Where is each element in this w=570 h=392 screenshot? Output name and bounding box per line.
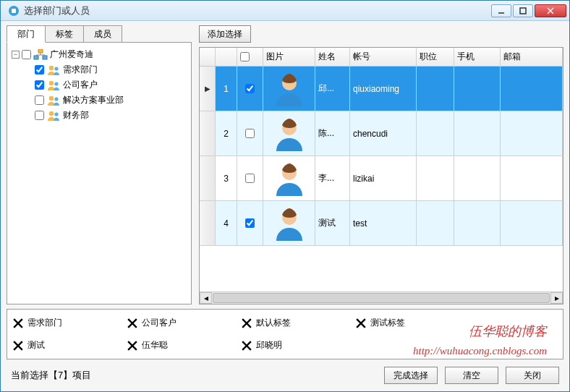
svg-rect-1 <box>12 9 16 13</box>
tab-strip: 部门 标签 成员 <box>7 25 192 43</box>
tab-dept[interactable]: 部门 <box>7 25 46 43</box>
tree-node-label[interactable]: 财务部 <box>63 109 89 122</box>
selection-chip: 需求部门 <box>13 317 122 329</box>
titlebar[interactable]: 选择部门或人员 <box>1 1 569 21</box>
chip-label: 测试标签 <box>370 317 405 329</box>
tree-node-checkbox[interactable] <box>35 65 44 74</box>
row-phone <box>454 201 501 245</box>
clear-button[interactable]: 清空 <box>445 367 498 384</box>
remove-chip-icon[interactable] <box>127 341 137 351</box>
row-avatar-cell <box>263 201 315 245</box>
remove-chip-icon[interactable] <box>242 318 252 328</box>
tree-node-label[interactable]: 需求部门 <box>63 64 98 76</box>
dept-tree: − 广州爱奇迪 需求部门公司客户解决方案事业部财务部 <box>7 42 192 304</box>
minimize-button[interactable] <box>491 4 511 17</box>
remove-chip-icon[interactable] <box>127 318 137 328</box>
row-check-cell[interactable] <box>237 111 263 155</box>
org-icon <box>33 49 48 61</box>
tree-root-label[interactable]: 广州爱奇迪 <box>50 48 93 61</box>
row-checkbox[interactable] <box>245 174 255 183</box>
tree-node-label[interactable]: 公司客户 <box>63 79 98 91</box>
scroll-left-icon[interactable]: ◂ <box>200 292 212 304</box>
people-icon <box>46 80 61 91</box>
add-selection-button[interactable]: 添加选择 <box>199 25 251 43</box>
row-name: 陈... <box>315 111 350 155</box>
status-text: 当前选择【7】项目 <box>11 369 377 382</box>
remove-chip-icon[interactable] <box>13 318 23 328</box>
header-name[interactable]: 姓名 <box>315 48 350 66</box>
row-avatar-cell <box>263 111 315 155</box>
row-name: 测试 <box>315 201 350 245</box>
row-check-cell[interactable] <box>237 67 263 111</box>
header-position[interactable]: 职位 <box>417 48 454 66</box>
table-row[interactable]: 4测试test <box>200 201 563 246</box>
table-row[interactable]: 3李...lizikai <box>200 156 563 201</box>
svg-point-13 <box>49 65 54 69</box>
maximize-button[interactable] <box>513 4 533 17</box>
row-number: 2 <box>216 111 237 155</box>
scroll-right-icon[interactable]: ▸ <box>550 292 563 304</box>
row-phone <box>454 156 501 200</box>
header-img[interactable]: 图片 <box>263 48 315 66</box>
row-account: qiuxiaoming <box>350 67 417 111</box>
app-icon <box>8 5 20 17</box>
header-email[interactable]: 邮箱 <box>501 48 563 66</box>
header-checkbox[interactable] <box>240 52 250 61</box>
tree-node-label[interactable]: 解决方案事业部 <box>63 94 124 106</box>
row-avatar-cell <box>263 67 315 111</box>
horizontal-scrollbar[interactable]: ◂ ▸ <box>200 291 563 304</box>
header-account[interactable]: 帐号 <box>350 48 417 66</box>
svg-point-15 <box>49 80 54 85</box>
chip-label: 公司客户 <box>142 317 176 329</box>
svg-rect-6 <box>38 49 43 53</box>
remove-chip-icon[interactable] <box>13 341 23 351</box>
tab-member[interactable]: 成员 <box>83 25 122 43</box>
close-button[interactable] <box>535 4 566 17</box>
selection-chip: 公司客户 <box>127 317 236 329</box>
row-position <box>417 67 454 111</box>
tab-tag[interactable]: 标签 <box>45 25 84 43</box>
tree-node-checkbox[interactable] <box>35 80 44 90</box>
chip-label: 测试 <box>27 339 45 351</box>
row-checkbox[interactable] <box>245 84 255 93</box>
finish-button[interactable]: 完成选择 <box>384 367 438 384</box>
avatar-icon <box>272 72 307 106</box>
tree-node-checkbox[interactable] <box>35 95 44 105</box>
row-checkbox[interactable] <box>245 218 255 228</box>
row-name: 邱... <box>315 67 350 111</box>
scroll-thumb[interactable] <box>213 293 550 303</box>
header-indicator <box>200 48 216 66</box>
row-check-cell[interactable] <box>237 201 263 245</box>
remove-chip-icon[interactable] <box>356 318 366 328</box>
row-check-cell[interactable] <box>237 156 263 200</box>
row-number: 4 <box>216 201 237 245</box>
avatar-icon <box>272 161 307 196</box>
people-icon <box>46 95 61 106</box>
tree-node-checkbox[interactable] <box>35 111 44 120</box>
tree-expander[interactable]: − <box>12 51 20 59</box>
remove-chip-icon[interactable] <box>242 341 252 351</box>
chip-label: 邱晓明 <box>256 339 282 351</box>
svg-point-18 <box>54 97 58 101</box>
avatar-icon <box>272 116 307 151</box>
table-row[interactable]: 2陈...chencudi <box>200 111 563 156</box>
selection-chips-panel: 需求部门公司客户默认标签测试标签测试伍华聪邱晓明 伍华聪的博客 http://w… <box>7 309 563 359</box>
row-avatar-cell <box>263 156 315 200</box>
row-indicator: ▶ <box>200 67 216 111</box>
avatar-icon <box>272 206 307 241</box>
header-phone[interactable]: 手机 <box>454 48 501 66</box>
row-phone <box>454 67 501 111</box>
row-account: chencudi <box>350 111 417 155</box>
svg-point-20 <box>54 112 58 116</box>
row-position <box>417 201 454 245</box>
row-indicator <box>200 156 216 200</box>
header-check[interactable] <box>237 48 263 66</box>
row-account: test <box>350 201 417 245</box>
chip-label: 需求部门 <box>27 317 62 329</box>
row-email <box>501 67 563 111</box>
close-dialog-button[interactable]: 关闭 <box>506 367 559 384</box>
table-row[interactable]: ▶1邱...qiuxiaoming <box>200 67 563 111</box>
row-number: 3 <box>216 156 237 200</box>
tree-root-checkbox[interactable] <box>22 50 31 59</box>
row-checkbox[interactable] <box>245 129 255 138</box>
